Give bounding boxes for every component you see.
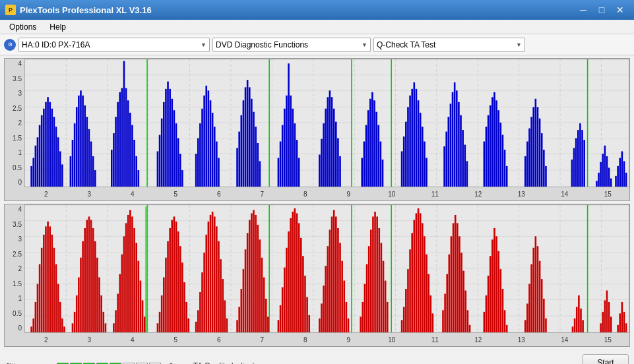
svg-rect-189 [571,160,573,187]
menu-help[interactable]: Help [44,21,71,33]
minimize-button[interactable]: ─ [575,3,592,17]
svg-rect-381 [387,302,389,332]
svg-rect-244 [43,235,45,332]
svg-rect-121 [323,123,325,187]
svg-rect-383 [403,307,405,332]
svg-rect-288 [144,317,146,332]
svg-rect-406 [459,236,460,332]
svg-rect-247 [49,226,51,332]
title-controls: ─ □ ✕ [575,3,629,17]
svg-rect-207 [621,151,623,187]
svg-rect-403 [453,223,455,332]
svg-rect-331 [257,225,259,332]
svg-rect-366 [346,302,348,332]
svg-rect-372 [368,246,370,332]
svg-rect-345 [294,208,296,332]
maximize-button[interactable]: □ [593,3,610,17]
svg-rect-194 [581,130,583,187]
svg-rect-348 [300,238,302,332]
svg-rect-322 [238,307,240,332]
svg-rect-45 [72,140,74,187]
svg-rect-145 [409,96,411,187]
start-btn-section: Start i [583,354,629,364]
svg-rect-325 [245,249,247,332]
top-chart-area [24,59,629,187]
svg-rect-250 [55,264,57,332]
svg-rect-76 [167,82,169,187]
svg-rect-43 [61,164,63,187]
svg-rect-304 [187,318,189,332]
svg-rect-164 [464,144,466,187]
svg-rect-84 [195,154,197,187]
svg-rect-159 [454,82,456,187]
svg-rect-35 [45,102,47,187]
top-chart-svg [25,59,629,187]
svg-rect-246 [47,222,49,332]
svg-rect-178 [524,156,526,187]
svg-rect-391 [420,213,422,332]
svg-rect-277 [121,255,123,332]
function-select-arrow: ▼ [362,42,367,48]
svg-rect-293 [165,258,167,332]
svg-rect-47 [76,107,78,187]
svg-rect-248 [51,235,53,332]
svg-rect-117 [296,140,298,187]
svg-rect-273 [113,323,115,332]
close-button[interactable]: ✕ [612,3,629,17]
svg-rect-374 [372,216,374,332]
svg-rect-124 [329,90,331,187]
svg-rect-183 [535,99,537,187]
svg-rect-90 [208,90,210,187]
menu-options[interactable]: Options [4,21,42,33]
svg-rect-433 [543,299,545,332]
svg-rect-363 [339,243,341,332]
svg-rect-409 [464,290,466,332]
svg-rect-58 [113,133,115,187]
svg-rect-104 [253,112,255,187]
svg-rect-157 [450,104,452,187]
svg-rect-158 [452,92,454,187]
svg-rect-278 [123,236,125,332]
svg-rect-376 [376,216,378,332]
svg-rect-359 [331,216,333,332]
window-title: PlexTools Professional XL V3.16 [20,5,152,15]
svg-rect-133 [367,110,369,187]
svg-rect-429 [535,236,537,332]
svg-rect-285 [138,261,140,332]
svg-rect-205 [617,166,619,187]
svg-rect-373 [370,229,372,332]
test-select[interactable]: Q-Check TA Test ▼ [373,38,525,52]
svg-rect-367 [348,318,350,332]
svg-rect-98 [240,115,242,187]
svg-rect-410 [467,310,469,332]
svg-rect-385 [407,269,409,332]
svg-rect-149 [418,100,420,187]
start-button[interactable]: Start [583,354,629,364]
svg-rect-255 [145,206,147,332]
svg-rect-191 [575,138,577,187]
svg-rect-78 [171,99,173,187]
svg-rect-282 [131,216,133,332]
svg-rect-168 [488,115,490,187]
svg-rect-243 [41,248,43,332]
svg-rect-355 [323,286,325,332]
svg-rect-422 [504,310,506,332]
svg-rect-81 [177,138,179,187]
svg-rect-321 [236,320,238,332]
svg-rect-368 [360,317,362,332]
svg-rect-394 [426,255,428,332]
svg-rect-156 [448,117,450,187]
function-select[interactable]: DVD Diagnostic Functions ▼ [212,38,371,52]
svg-rect-144 [407,107,409,187]
svg-rect-125 [331,97,333,187]
svg-rect-310 [205,235,207,332]
svg-rect-37 [49,102,51,187]
svg-rect-101 [247,80,249,187]
svg-rect-396 [429,295,431,332]
svg-rect-238 [30,326,32,332]
svg-rect-54 [90,142,92,187]
svg-rect-33 [41,115,43,187]
top-chart-y-axis: 4 3.5 3 2.5 2 1.5 1 0.5 0 [5,59,24,187]
svg-rect-166 [484,142,486,187]
drive-select[interactable]: HA:0 ID:0 PX-716A ▼ [18,38,210,52]
